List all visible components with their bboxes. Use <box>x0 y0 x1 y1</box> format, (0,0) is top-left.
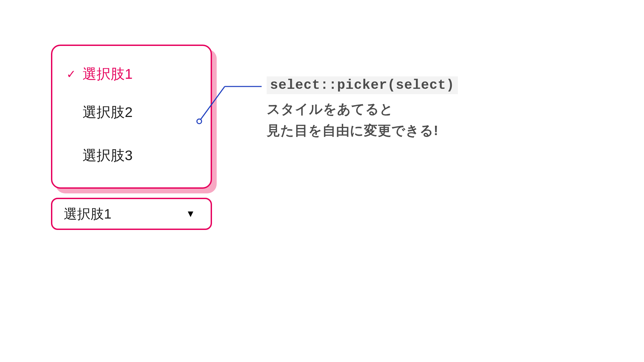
svg-line-1 <box>199 86 225 121</box>
select-value: 選択肢1 <box>64 205 111 223</box>
annotation-pointer <box>195 84 268 131</box>
annotation-text: スタイルをあてると 見た目を自由に変更できる! <box>267 98 458 141</box>
svg-point-2 <box>197 119 202 124</box>
select-button[interactable]: 選択肢1 ▼ <box>51 198 212 230</box>
annotation-line-2: 見た目を自由に変更できる! <box>267 120 458 141</box>
picker-option-3[interactable]: ✓ 選択肢3 <box>62 134 201 177</box>
picker-option-1[interactable]: ✓ 選択肢1 <box>62 57 201 90</box>
check-icon: ✓ <box>62 67 80 81</box>
select-picker-dropdown[interactable]: ✓ 選択肢1 ✓ 選択肢2 ✓ 選択肢3 <box>51 45 212 189</box>
annotation-line-1: スタイルをあてると <box>267 98 458 120</box>
option-label: 選択肢1 <box>83 65 132 83</box>
annotation-block: select::picker(select) スタイルをあてると 見た目を自由に… <box>267 76 458 141</box>
code-selector: select::picker(select) <box>267 76 458 94</box>
picker-panel: ✓ 選択肢1 ✓ 選択肢2 ✓ 選択肢3 <box>51 45 212 189</box>
picker-option-2[interactable]: ✓ 選択肢2 <box>62 90 201 134</box>
option-label: 選択肢2 <box>83 103 132 122</box>
option-label: 選択肢3 <box>83 146 132 165</box>
caret-down-icon: ▼ <box>186 209 195 219</box>
